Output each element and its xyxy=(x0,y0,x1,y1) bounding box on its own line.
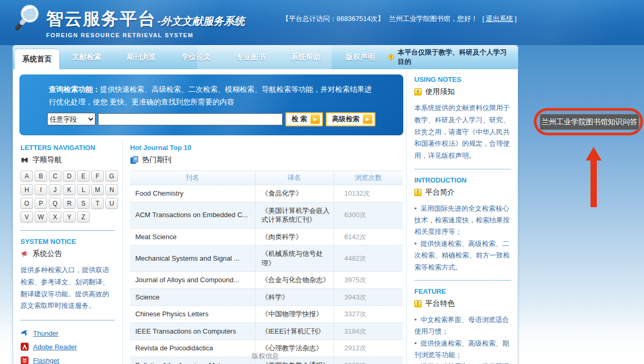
column-header-journal-name: 刊名 xyxy=(130,171,255,185)
megaphone-icon xyxy=(20,250,29,258)
letter-button[interactable]: Z xyxy=(77,211,90,222)
letter-button[interactable]: M xyxy=(91,184,104,195)
download-item-adobe-reader: Adobe Reader xyxy=(20,342,115,351)
platform-usage-notice-text: 本平台仅限于教学、科研及个人学习目的 xyxy=(398,48,511,67)
letter-button[interactable]: H xyxy=(20,184,33,195)
letter-button[interactable]: Y xyxy=(63,211,76,222)
letter-button[interactable]: B xyxy=(35,170,47,181)
letter-button[interactable]: K xyxy=(63,184,76,195)
tab-journal-browse[interactable]: 期刊浏览 xyxy=(114,52,168,62)
letter-button[interactable]: E xyxy=(77,170,90,181)
tab-professional-books[interactable]: 专业图书 xyxy=(223,52,278,62)
system-notice-text: 提供多种检索入口，提供双语检索、参考译文、划词翻译、翻译建议等功能。提供高效的原… xyxy=(20,264,115,312)
logout-link[interactable]: 退出系统 xyxy=(486,14,513,24)
panel-main: 查询检索功能：提供快速检索、高级检索、二次检索、模糊检索、导航检索等功能，并对检… xyxy=(13,69,406,364)
table-header-row: 刊名 译名 浏览次数 xyxy=(130,171,403,185)
binoculars-icon xyxy=(20,156,29,164)
using-notes-text: 本系统提供的文献资料仅限用于教学、科研及个人学习、研究、欣赏之用，请遵守《中华人… xyxy=(414,102,511,162)
letter-button[interactable]: W xyxy=(35,211,47,222)
tab-system-help[interactable]: 系统帮助 xyxy=(278,52,333,62)
letters-navigation-title-cn: 字顺导航 xyxy=(20,155,115,165)
journal-views: 3327次 xyxy=(334,306,403,323)
tab-system-home[interactable]: 系统首页 xyxy=(15,49,59,69)
journal-name[interactable]: ACM Transactions on Embedded C... xyxy=(130,202,255,228)
letter-button[interactable]: C xyxy=(49,170,61,181)
journal-translation: 《肉类科学》 xyxy=(255,228,334,245)
letter-button[interactable]: Q xyxy=(49,198,61,209)
tab-literature-search[interactable]: 文献检索 xyxy=(59,52,114,62)
journal-name[interactable]: Science xyxy=(130,288,255,306)
letter-button[interactable]: P xyxy=(35,198,47,209)
journal-name[interactable]: Food Chemistry xyxy=(130,185,255,202)
letter-button[interactable]: X xyxy=(49,211,61,222)
user-greeting: 兰州工业学院图书馆，您好！ xyxy=(389,14,478,24)
note-exclamation-icon: ! xyxy=(414,88,422,95)
letter-button[interactable]: J xyxy=(49,184,61,195)
letters-navigation-title-en: LETTERS NAVIGATION xyxy=(20,144,115,152)
download-link-adobe-reader[interactable]: Adobe Reader xyxy=(33,343,77,351)
tab-copyright[interactable]: 版权声明 xyxy=(333,52,388,62)
journal-views: 3943次 xyxy=(334,288,403,306)
right-column: USING NOTES ! 使用须知 本系统提供的文献资料仅限用于教学、科研及个… xyxy=(406,69,518,364)
header: 智云服务平台 -外文文献服务系统 FOREIGN RESOURCE RETRIE… xyxy=(0,0,644,45)
logout-bracket-open: [ xyxy=(482,15,485,23)
system-notice-title-cn: 系统公告 xyxy=(20,249,115,259)
table-row[interactable]: Journal of Alloys and Compound... 《合金与化合… xyxy=(130,272,403,289)
using-notes-title-en: USING NOTES xyxy=(414,76,511,83)
journal-translation: 《食品化学》 xyxy=(255,185,334,202)
table-row[interactable]: IEEE Transactions on Computers 《IEEE计算机汇… xyxy=(130,323,403,340)
journal-name[interactable]: IEEE Transactions on Computers xyxy=(130,323,255,340)
letter-button[interactable]: O xyxy=(20,198,33,209)
journal-name[interactable]: Meat Science xyxy=(130,228,255,245)
library-knowledge-qa-button[interactable]: 兰州工业学院图书馆知识问答 xyxy=(540,114,639,130)
introduction-title-en: INTRODUCTION xyxy=(414,176,511,184)
introduction-bullet: 采用国际先进的全文检索核心技术，检索速度快，检索结果按相关度排序等； xyxy=(414,203,511,238)
using-notes-title-cn: ! 使用须知 xyxy=(414,87,511,97)
section-divider xyxy=(20,320,115,320)
left-column: LETTERS NAVIGATION 字顺导航 A B xyxy=(19,142,123,364)
annotation-arrow-icon xyxy=(586,147,602,160)
tab-dissertations[interactable]: 学位论文 xyxy=(169,52,223,62)
download-link-thunder[interactable]: Thunder xyxy=(33,329,58,337)
letter-button[interactable]: V xyxy=(20,211,33,222)
letter-button[interactable]: R xyxy=(63,198,76,209)
table-row[interactable]: Chinese Physics Letters 《中国物理学快报》 3327次 xyxy=(130,306,403,323)
middle-column: Hot Journal Top 10 热门期刊 xyxy=(123,142,406,364)
advanced-search-button[interactable]: 高级检索 ▶ xyxy=(326,112,375,126)
table-row[interactable]: Mechanical Systems and Signal ... 《机械系统与… xyxy=(130,245,403,272)
footer-copyright: 版权信息 xyxy=(13,351,518,361)
platform-usage-notice: 本平台仅限于教学、科研及个人学习目的 xyxy=(388,48,518,67)
letter-button[interactable]: D xyxy=(63,170,76,181)
feature-bullet: 提供多种检索入口，提供双语检索、参考译文等功能； xyxy=(414,361,511,364)
logout-bracket-close: ] xyxy=(514,15,517,23)
letter-button[interactable]: I xyxy=(35,184,47,195)
journal-name[interactable]: Journal of Alloys and Compound... xyxy=(130,272,255,289)
search-banner: 查询检索功能：提供快速检索、高级检索、二次检索、模糊检索、导航检索等功能，并对检… xyxy=(19,74,403,135)
journal-translation: 《科学》 xyxy=(255,288,334,306)
search-button[interactable]: 检 索 ▶ xyxy=(285,112,324,126)
table-row[interactable]: Science 《科学》 3943次 xyxy=(130,288,403,306)
table-row[interactable]: Food Chemistry 《食品化学》 10132次 xyxy=(130,185,403,202)
table-row[interactable]: Meat Science 《肉类科学》 6142次 xyxy=(130,228,403,245)
feature-title-cn: ! 平台特色 xyxy=(414,299,511,308)
journal-name[interactable]: Chinese Physics Letters xyxy=(130,306,255,323)
journal-views: 3975次 xyxy=(334,272,403,289)
journal-name[interactable]: Mechanical Systems and Signal ... xyxy=(130,245,255,272)
letter-button[interactable]: S xyxy=(77,198,90,209)
logout-wrap: [ 退出系统 ] xyxy=(482,14,517,24)
search-field-select[interactable]: 任意字段 xyxy=(47,113,95,125)
letter-button[interactable]: G xyxy=(105,170,118,181)
letter-button[interactable]: L xyxy=(77,184,90,195)
table-row[interactable]: ACM Transactions on Embedded C... 《美国计算机… xyxy=(130,202,403,228)
letter-button[interactable]: A xyxy=(20,170,33,181)
search-input[interactable] xyxy=(98,113,283,125)
advanced-search-arrow-icon: ▶ xyxy=(363,114,372,124)
note-exclamation-icon: ! xyxy=(414,189,422,196)
journal-translation: 《美国计算机学会嵌入式计算系统汇刊》 xyxy=(255,202,334,228)
letter-button[interactable]: U xyxy=(105,198,118,209)
letter-button[interactable]: F xyxy=(91,170,104,181)
section-divider xyxy=(20,230,115,231)
hot-journal-title-en: Hot Journal Top 10 xyxy=(130,144,406,152)
letter-button[interactable]: N xyxy=(105,184,118,195)
letter-button[interactable]: T xyxy=(91,198,104,209)
